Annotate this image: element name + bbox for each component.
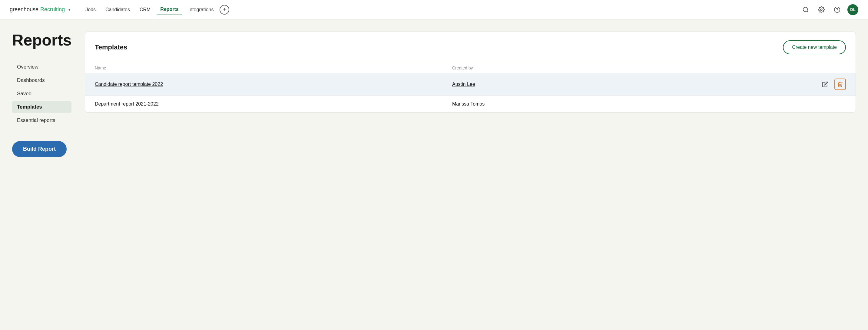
template-creator-link[interactable]: Austin Lee: [452, 82, 810, 87]
brand-chevron-icon[interactable]: ▾: [67, 7, 72, 12]
edit-icon: [822, 81, 828, 87]
edit-template-button[interactable]: [819, 79, 831, 90]
sidebar-nav: Overview Dashboards Saved Templates Esse…: [12, 61, 71, 127]
navbar: greenhouse Recruiting ▾ Jobs Candidates …: [0, 0, 868, 20]
col-header-name: Name: [95, 65, 452, 71]
template-name-link[interactable]: Department report 2021-2022: [95, 101, 452, 107]
delete-template-button[interactable]: [834, 79, 846, 90]
table-header: Name Created by: [85, 63, 856, 73]
template-creator-link[interactable]: Marissa Tomas: [452, 101, 810, 107]
sidebar-item-overview[interactable]: Overview: [12, 61, 71, 73]
navbar-nav: Jobs Candidates CRM Reports Integrations…: [82, 4, 790, 15]
brand-name-part1: greenhouse: [10, 6, 38, 13]
sidebar-item-dashboards[interactable]: Dashboards: [12, 74, 71, 86]
col-header-actions: [810, 65, 846, 71]
template-name-link[interactable]: Candidate report template 2022: [95, 82, 452, 87]
create-template-button[interactable]: Create new template: [783, 40, 846, 54]
nav-item-candidates[interactable]: Candidates: [102, 4, 133, 15]
templates-header: Templates Create new template: [85, 32, 856, 63]
help-icon: [834, 6, 840, 13]
sidebar-item-saved[interactable]: Saved: [12, 88, 71, 100]
search-button[interactable]: [800, 4, 811, 15]
main-layout: Reports Overview Dashboards Saved Templa…: [0, 20, 868, 330]
nav-item-crm[interactable]: CRM: [136, 4, 154, 15]
templates-card: Templates Create new template Name Creat…: [85, 31, 856, 112]
col-header-created-by: Created by: [452, 65, 810, 71]
row-actions: [810, 79, 846, 90]
svg-line-1: [807, 11, 808, 12]
trash-icon: [837, 81, 843, 87]
avatar-initials: DL: [850, 7, 855, 12]
user-avatar[interactable]: DL: [847, 4, 858, 15]
sidebar: Reports Overview Dashboards Saved Templa…: [0, 20, 79, 330]
help-button[interactable]: [832, 4, 842, 15]
page-title: Reports: [12, 31, 71, 49]
templates-section-title: Templates: [95, 44, 127, 51]
sidebar-item-templates[interactable]: Templates: [12, 101, 71, 113]
brand-name-part2: Recruiting: [40, 6, 65, 13]
sidebar-item-essential-reports[interactable]: Essential reports: [12, 114, 71, 127]
table-row: Candidate report template 2022 Austin Le…: [85, 73, 856, 95]
navbar-actions: DL: [800, 4, 858, 15]
table-row: Department report 2021-2022 Marissa Toma…: [85, 95, 856, 112]
nav-item-reports[interactable]: Reports: [157, 4, 182, 15]
add-button[interactable]: +: [220, 5, 229, 15]
svg-point-2: [820, 9, 822, 10]
nav-item-integrations[interactable]: Integrations: [185, 4, 217, 15]
search-icon: [802, 6, 809, 13]
brand-logo[interactable]: greenhouse Recruiting ▾: [10, 6, 72, 13]
build-report-button[interactable]: Build Report: [12, 141, 67, 157]
nav-item-jobs[interactable]: Jobs: [82, 4, 99, 15]
main-content: Templates Create new template Name Creat…: [79, 20, 868, 330]
gear-icon: [818, 6, 825, 13]
settings-button[interactable]: [816, 4, 827, 15]
plus-icon: +: [223, 6, 226, 13]
